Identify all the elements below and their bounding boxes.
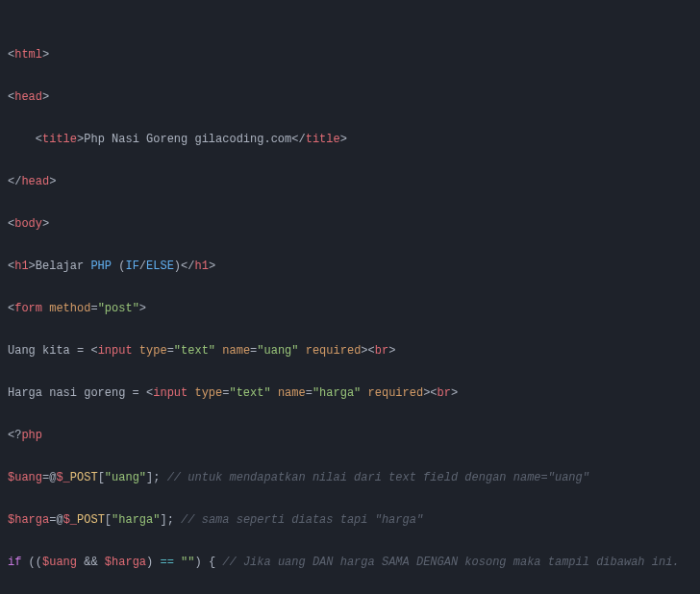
code-line: Uang kita = <input type="text" name="uan… bbox=[8, 344, 395, 358]
code-line: <body> bbox=[8, 217, 49, 231]
code-line: <title>Php Nasi Goreng gilacoding.com</t… bbox=[8, 133, 347, 146]
code-line: Harga nasi goreng = <input type="text" n… bbox=[8, 386, 458, 400]
code-line: <form method="post"> bbox=[8, 302, 146, 315]
code-line: <head> bbox=[8, 90, 49, 104]
code-line: if (($uang && $harga) == "") { // Jika u… bbox=[8, 556, 680, 569]
code-line: <?php bbox=[8, 429, 42, 442]
code-line: <html> bbox=[8, 48, 49, 62]
code-editor[interactable]: <html> <head> <title>Php Nasi Goreng gil… bbox=[8, 44, 692, 594]
code-line: $uang=@$_POST["uang"]; // untuk mendapat… bbox=[8, 471, 589, 484]
code-line: </head> bbox=[8, 175, 56, 188]
code-line: $harga=@$_POST["harga"]; // sama seperti… bbox=[8, 513, 423, 527]
code-line: <h1>Belajar PHP (IF/ELSE)</h1> bbox=[8, 260, 215, 273]
